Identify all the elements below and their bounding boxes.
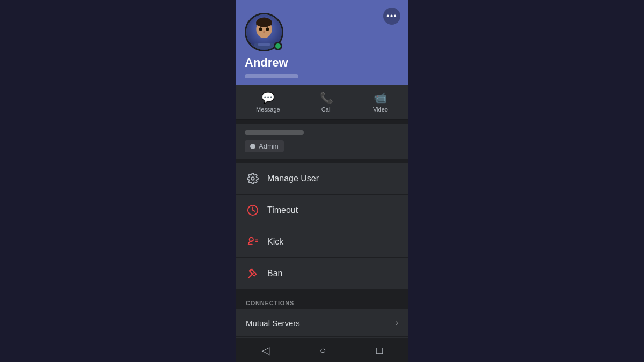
svg-rect-9 <box>258 43 270 46</box>
manage-user-item[interactable]: Manage User <box>236 163 408 195</box>
kick-icon <box>246 235 260 249</box>
call-icon: 📞 <box>320 91 333 104</box>
role-badge: Admin <box>245 140 284 152</box>
online-status-indicator <box>274 42 282 50</box>
clock-icon <box>246 203 260 217</box>
chevron-right-icon: › <box>396 318 398 328</box>
ban-label: Ban <box>267 269 282 278</box>
back-nav-icon[interactable]: ◁ <box>261 344 269 357</box>
action-list: Manage User Timeout <box>236 163 408 289</box>
svg-point-5 <box>259 27 262 31</box>
phone-container: ••• <box>236 0 408 362</box>
manage-user-label: Manage User <box>267 174 319 183</box>
more-button[interactable]: ••• <box>383 8 400 25</box>
profile-header: ••• <box>236 0 408 85</box>
svg-point-6 <box>266 27 269 31</box>
message-icon: 💬 <box>261 91 275 104</box>
svg-point-10 <box>251 177 254 180</box>
role-label: Admin <box>259 142 279 150</box>
svg-rect-4 <box>256 21 272 25</box>
video-label: Video <box>373 106 388 113</box>
call-action[interactable]: 📞 Call <box>320 91 333 113</box>
role-dot-icon <box>250 144 255 149</box>
bottom-nav: ◁ ○ □ <box>236 338 408 362</box>
timeout-label: Timeout <box>267 205 298 215</box>
ban-item[interactable]: Ban <box>236 258 408 289</box>
ban-icon <box>246 267 260 280</box>
connections-header: CONNECTIONS <box>236 294 408 309</box>
actions-bar: 💬 Message 📞 Call 📹 Video <box>236 85 408 120</box>
profile-section: Admin <box>236 124 408 159</box>
message-label: Message <box>256 106 280 113</box>
kick-item[interactable]: Kick <box>236 226 408 258</box>
kick-label: Kick <box>267 237 283 247</box>
scroll-area: 💬 Message 📞 Call 📹 Video Admin <box>236 85 408 338</box>
more-dots-icon: ••• <box>386 12 397 20</box>
avatar-wrapper <box>245 13 283 51</box>
username-redacted <box>245 130 304 135</box>
svg-point-7 <box>263 31 265 34</box>
recents-nav-icon[interactable]: □ <box>376 344 383 357</box>
mutual-servers-item[interactable]: Mutual Servers › <box>236 309 408 337</box>
call-label: Call <box>321 106 332 113</box>
username-redacted-bar <box>245 74 298 78</box>
message-action[interactable]: 💬 Message <box>256 91 280 113</box>
timeout-item[interactable]: Timeout <box>236 195 408 226</box>
profile-name: Andrew <box>245 56 399 74</box>
svg-line-15 <box>248 273 253 278</box>
home-nav-icon[interactable]: ○ <box>319 344 326 357</box>
mutual-servers-label: Mutual Servers <box>246 319 300 328</box>
video-icon: 📹 <box>374 91 387 104</box>
video-action[interactable]: 📹 Video <box>373 91 388 113</box>
gear-icon <box>246 172 260 186</box>
connections-section: CONNECTIONS Mutual Servers › Mutual Frie… <box>236 294 408 338</box>
